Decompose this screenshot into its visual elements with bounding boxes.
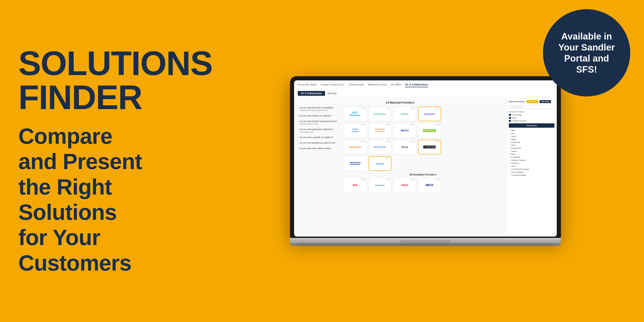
provider-managed[interactable]: 3 of 3 MANAGEDSOLUTION bbox=[368, 123, 392, 138]
providers-row-1: 3 of 3 AT&TBusiness 3 of 3 acaudiocodes bbox=[344, 106, 502, 121]
question-7[interactable]: + Do you have other solution needs? bbox=[298, 147, 342, 150]
windstream-logo: WINDSTREAMENTERPRISE bbox=[348, 161, 361, 166]
provider-mettel[interactable]: 3 of 3 MetTel bbox=[393, 123, 416, 138]
provider-name-adigo: Adigo bbox=[511, 138, 516, 140]
matrix-checkbox[interactable] bbox=[509, 117, 511, 119]
screen-body: 14 Matched Providers + Do you need Micro… bbox=[294, 98, 557, 233]
provider-accessone[interactable]: 2 of 3 accessone bbox=[368, 178, 392, 192]
provider-calltower[interactable]: 3 of 3 calltower bbox=[393, 106, 416, 121]
provider-bcn[interactable]: 2 of 3 ■BCN bbox=[418, 178, 441, 192]
panel-provider-calltower: ⠿ CallTower bbox=[509, 162, 554, 164]
verve-score: 3 of 3 bbox=[411, 140, 415, 142]
view-matrix-button[interactable]: View Matrix bbox=[540, 100, 551, 103]
provider-label: Provider Overview bbox=[512, 120, 527, 122]
panel-provider-att: ⠿ AT&T bbox=[509, 144, 554, 146]
bcn-score: 2 of 3 bbox=[436, 179, 440, 180]
provider-vonage[interactable]: 3 of 3 V VONAGE bbox=[418, 140, 441, 154]
question-5[interactable]: + Do you need a specific UC platform? bbox=[298, 136, 342, 138]
question-3[interactable]: + Do you need specific Meetings features… bbox=[298, 120, 342, 125]
customer-name-input[interactable]: Customer Name bbox=[509, 105, 554, 109]
laptop-stand bbox=[290, 243, 561, 246]
provider-momentum[interactable]: 3 of 3 MOMENTUM bbox=[418, 123, 441, 138]
ringcentral-score: 3 of 3 bbox=[361, 140, 365, 142]
provider-name-calltower: CallTower bbox=[511, 162, 519, 164]
audiocodes-score: 3 of 3 bbox=[386, 108, 390, 109]
drag-handle: ⠿ bbox=[509, 150, 510, 152]
momentum-logo: MOMENTUM bbox=[423, 129, 436, 132]
center-section: Across the Stack Contact Center & CX Cyb… bbox=[225, 76, 626, 246]
ringcentral-logo: RingCentral bbox=[348, 145, 362, 149]
question-6[interactable]: + Do you own handsets you want to use? bbox=[298, 142, 342, 144]
matrix-label: Matrix bbox=[512, 117, 517, 119]
question-3-text: Do you need specific Meetings features? bbox=[300, 120, 337, 122]
plus-icon-2: + bbox=[298, 114, 299, 117]
question-4[interactable]: + Do you need application integration? ☑… bbox=[298, 128, 342, 133]
content-with-questions: + Do you need Microsoft compatibility? ☑… bbox=[298, 106, 502, 194]
question-6-text: Do you own handsets you want to use? bbox=[300, 142, 336, 144]
panel-provider-8x8: ⠿ 8x8 bbox=[509, 132, 554, 134]
nav-tab-across[interactable]: Across the Stack bbox=[298, 83, 317, 87]
question-3-sub: ☑ Recording to Cloud bbox=[300, 123, 337, 125]
provider-spectrotel[interactable]: 3 of 3 SPECTROTEL bbox=[368, 140, 392, 154]
calltower-logo: calltower bbox=[400, 112, 410, 116]
nav-tab-uc[interactable]: UC & Collaboration bbox=[405, 83, 428, 87]
cover-label: Cover Page bbox=[512, 114, 522, 116]
provider-att[interactable]: 3 of 3 AT&TBusiness bbox=[344, 106, 367, 121]
cover-checkbox[interactable] bbox=[509, 114, 511, 116]
drag-handle: ⠿ bbox=[509, 156, 510, 158]
panel-provider-bcn: ⠿ BCN bbox=[509, 153, 554, 156]
panel-provider-airespring: ⠿ AireSpring bbox=[509, 141, 554, 144]
provider-checkbox[interactable] bbox=[509, 120, 511, 122]
question-4-sub: ☑ Google Cloud bbox=[300, 131, 333, 133]
checkbox-matrix: Matrix bbox=[509, 117, 554, 119]
sub-tab-uc[interactable]: UC & Collaboration bbox=[298, 91, 325, 96]
provider-windstream[interactable]: WINDSTREAMENTERPRISE bbox=[344, 156, 367, 171]
panel-header: Selected Providers SFS Report View Matri… bbox=[509, 100, 554, 103]
view-report-button[interactable]: View Report bbox=[509, 123, 554, 128]
vonage-score: 3 of 3 bbox=[435, 141, 440, 142]
drag-handle: ⠿ bbox=[509, 174, 510, 176]
plus-icon-4: + bbox=[298, 128, 299, 130]
providers-row-2: 3 of 3 fusionconnect 3 of 3 MANAGEDSOLUT… bbox=[344, 123, 502, 138]
provider-avaya[interactable]: 2 of 3 AVAYA bbox=[393, 178, 416, 192]
8x8-logo: 8x8 bbox=[352, 182, 358, 188]
provider-name-coeo: Coeo Solutions bbox=[511, 171, 524, 173]
nav-tab-cyber[interactable]: Cybersecurity bbox=[348, 83, 364, 87]
provider-audiocodes[interactable]: 3 of 3 acaudiocodes bbox=[368, 106, 392, 121]
spectrotel-logo: SPECTROTEL bbox=[373, 145, 387, 149]
avaya-score: 2 of 3 bbox=[411, 179, 415, 180]
drag-handle: ⠿ bbox=[509, 162, 510, 164]
sfs-report-button[interactable]: SFS Report bbox=[527, 100, 538, 103]
badge-circle: Available inYour SandlerPortal andSFS! bbox=[543, 9, 630, 96]
provider-name-cci: CCI Network Services bbox=[511, 168, 529, 170]
panel-provider-cbts: ⠿ CBTS bbox=[509, 165, 554, 168]
mettel-logo: MetTel bbox=[400, 128, 409, 133]
checkbox-provider: Provider Overview bbox=[509, 120, 554, 122]
provider-8x8[interactable]: 2 of 3 8x8 bbox=[344, 178, 367, 192]
provider-dialpad[interactable]: 3 of 3 ◆ dialpad bbox=[418, 106, 441, 121]
nav-tab-contact[interactable]: Contact Center & CX bbox=[321, 83, 344, 87]
provider-ringcentral[interactable]: 3 of 3 RingCentral bbox=[344, 140, 367, 154]
avaya-logo: AVAYA bbox=[400, 183, 409, 188]
subtitle-line-6: Customers bbox=[18, 250, 131, 275]
managed-logo: MANAGEDSOLUTION bbox=[374, 127, 386, 134]
zoom-logo: zoom bbox=[375, 161, 385, 166]
mettel-score: 3 of 3 bbox=[411, 124, 415, 126]
nav-tab-sdwan[interactable]: SD-WAN bbox=[391, 83, 401, 87]
subtitle-line-5: for Your bbox=[18, 225, 100, 250]
drag-handle: ⠿ bbox=[509, 129, 510, 132]
question-1-text: Do you need Microsoft compatibility? bbox=[300, 106, 334, 109]
provider-verve[interactable]: 3 of 3 Verve bbox=[393, 140, 416, 154]
fusion-score: 3 of 3 bbox=[361, 124, 365, 126]
spectrotel-score: 3 of 3 bbox=[386, 140, 390, 142]
question-1[interactable]: + Do you need Microsoft compatibility? ☑… bbox=[298, 106, 342, 112]
providers-row-3: 3 of 3 RingCentral 3 of 3 SPECTROTEL bbox=[344, 140, 502, 154]
nav-tab-network[interactable]: Network & Voice bbox=[368, 83, 387, 87]
provider-zoom[interactable]: 3 of 3 zoom bbox=[368, 156, 392, 171]
provider-fusion[interactable]: 3 of 3 fusionconnect bbox=[344, 123, 367, 138]
drag-handle: ⠿ bbox=[509, 165, 510, 168]
zoom-score: 3 of 3 bbox=[386, 157, 390, 159]
providers-row-4: WINDSTREAMENTERPRISE 3 of 3 zoom bbox=[344, 156, 502, 171]
sub-tab-meetings[interactable]: Meetings bbox=[328, 92, 337, 94]
question-2[interactable]: + Do you need specific UC features? bbox=[298, 114, 342, 117]
